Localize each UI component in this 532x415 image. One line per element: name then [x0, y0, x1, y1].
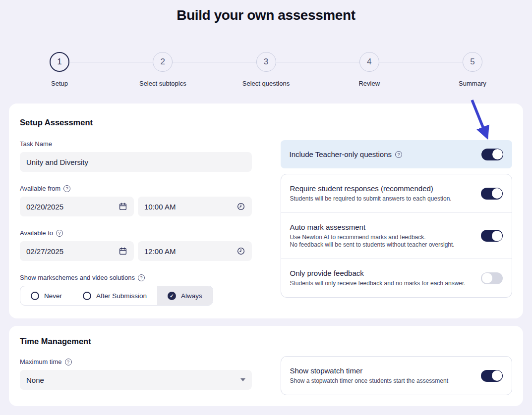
show-stopwatch-timer-description: Show a stopwatch timer once students sta…: [290, 377, 449, 385]
show-stopwatch-timer-row: Show stopwatch timer Show a stopwatch ti…: [281, 357, 512, 395]
stepper-step-summary[interactable]: 5 Summary: [421, 52, 524, 87]
markschemes-segmented-control: ✓ Never ✓ After Submission ✓ Always: [20, 286, 213, 306]
stepper: 1 Setup 2 Select subtopics 3 Select ques…: [8, 52, 524, 88]
stopwatch-group: Show stopwatch timer Show a stopwatch ti…: [281, 356, 513, 395]
task-name-value: Unity and Diversity: [26, 158, 88, 166]
help-icon[interactable]: ?: [56, 230, 63, 237]
task-name-input[interactable]: Unity and Diversity: [20, 152, 252, 172]
only-provide-feedback-toggle[interactable]: [481, 272, 503, 284]
available-from-time-input[interactable]: 10:00 AM: [138, 197, 252, 216]
available-to-time-input[interactable]: 12:00 AM: [138, 241, 252, 261]
clock-icon: [236, 247, 245, 256]
available-to-date-input[interactable]: 02/27/2025: [20, 241, 134, 261]
page-title: Build your own assessment: [0, 0, 532, 23]
setup-right-column: Include Teacher-only questions ? Require…: [281, 140, 513, 306]
auto-mark-assessment-toggle[interactable]: [481, 230, 503, 242]
include-teacher-only-toggle[interactable]: [481, 149, 503, 160]
time-management-card: Time Management Maximum time ? None Show…: [9, 326, 523, 406]
require-student-responses-description: Students will be required to submit answ…: [290, 195, 452, 203]
help-icon[interactable]: ?: [65, 359, 72, 365]
require-student-responses-toggle[interactable]: [481, 188, 503, 200]
include-teacher-only-label: Include Teacher-only questions ?: [290, 150, 403, 158]
task-name-label: Task Name: [20, 140, 252, 148]
auto-mark-assessment-title: Auto mark assessment: [290, 223, 455, 231]
require-student-responses-row: Require student responses (recommended) …: [281, 174, 512, 212]
step-label: Summary: [459, 80, 486, 87]
stepper-step-setup[interactable]: 1 Setup: [8, 52, 111, 87]
require-student-responses-title: Require student responses (recommended): [290, 184, 452, 193]
available-to-label: Available to ?: [20, 229, 252, 237]
setup-left-column: Task Name Unity and Diversity Available …: [20, 140, 252, 306]
response-options-group: Require student responses (recommended) …: [281, 174, 513, 298]
setup-assessment-card: Setup Assessment Task Name Unity and Div…: [9, 104, 523, 318]
include-teacher-only-row: Include Teacher-only questions ?: [281, 140, 513, 168]
setup-card-heading: Setup Assessment: [20, 118, 512, 127]
step-number: 4: [359, 52, 379, 72]
time-right-column: Show stopwatch timer Show a stopwatch ti…: [281, 356, 513, 395]
step-number: 5: [463, 52, 482, 72]
maximum-time-label: Maximum time ?: [20, 358, 252, 365]
only-provide-feedback-row: Only provide feedback Students will only…: [281, 259, 512, 297]
step-label: Select questions: [242, 80, 290, 87]
help-icon[interactable]: ?: [395, 151, 402, 158]
step-label: Select subtopics: [139, 80, 186, 87]
radio-icon: [31, 292, 39, 300]
step-label: Setup: [51, 80, 68, 87]
help-icon[interactable]: ?: [138, 274, 145, 281]
calendar-icon: [118, 247, 127, 256]
auto-mark-assessment-row: Auto mark assessment Use Newton AI to re…: [281, 212, 512, 259]
only-provide-feedback-title: Only provide feedback: [290, 269, 466, 277]
available-from-label: Available from ?: [20, 185, 252, 192]
markschemes-option-always[interactable]: ✓ Always: [157, 286, 213, 305]
step-number: 3: [256, 52, 276, 72]
step-label: Review: [358, 80, 380, 87]
step-number: 2: [153, 52, 173, 72]
calendar-icon: [118, 202, 127, 211]
time-card-heading: Time Management: [20, 337, 512, 346]
radio-icon: [83, 292, 91, 300]
stepper-step-select-questions[interactable]: 3 Select questions: [214, 52, 317, 87]
clock-icon: [236, 202, 245, 211]
time-left-column: Maximum time ? None: [20, 358, 252, 395]
stepper-step-select-subtopics[interactable]: 2 Select subtopics: [111, 52, 214, 87]
show-stopwatch-timer-toggle[interactable]: [481, 370, 503, 382]
help-icon[interactable]: ?: [63, 185, 70, 192]
show-stopwatch-timer-title: Show stopwatch timer: [290, 366, 449, 375]
markschemes-option-never[interactable]: ✓ Never: [20, 286, 72, 305]
auto-mark-assessment-description: Use Newton AI to recommend marks and fee…: [290, 234, 455, 249]
check-icon: ✓: [168, 292, 176, 300]
step-number: 1: [50, 52, 69, 72]
markschemes-label: Show markschemes and video solutions ?: [20, 274, 252, 281]
chevron-down-icon: [240, 378, 245, 381]
stepper-step-review[interactable]: 4 Review: [318, 52, 421, 87]
only-provide-feedback-description: Students will only receive feedback and …: [290, 280, 466, 287]
markschemes-option-after-submission[interactable]: ✓ After Submission: [72, 286, 157, 305]
available-from-date-input[interactable]: 02/20/2025: [20, 197, 134, 216]
maximum-time-dropdown[interactable]: None: [20, 370, 252, 390]
